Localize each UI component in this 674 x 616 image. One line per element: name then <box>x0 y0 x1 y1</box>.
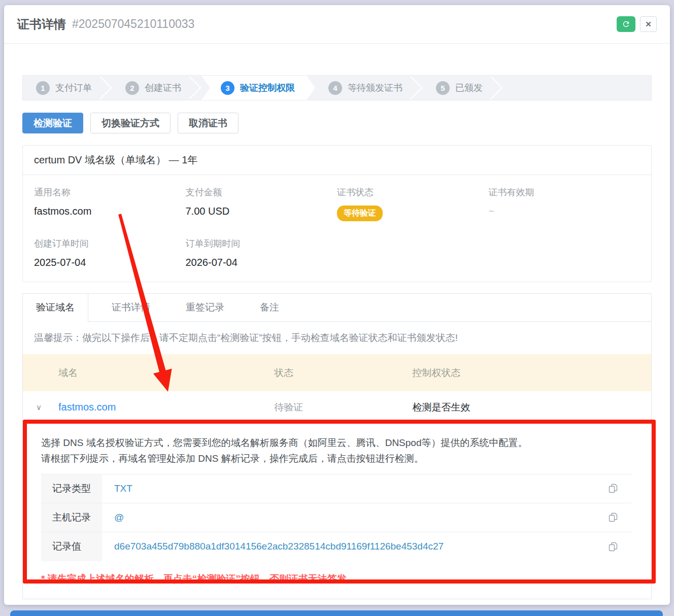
field-created-time: 创建订单时间 2025-07-04 <box>34 237 186 268</box>
step-label: 验证控制权限 <box>240 82 295 94</box>
refresh-icon <box>622 20 630 28</box>
copy-icon <box>608 541 619 552</box>
field-common-name: 通用名称 fastmos.com <box>34 186 186 221</box>
record-value-value: d6e703a455d79b880a1df3014156e2acb2328514… <box>102 541 444 552</box>
col-control-status: 控制权状态 <box>413 366 651 380</box>
step-label: 等待颁发证书 <box>348 82 402 94</box>
record-row-type: 记录类型 TXT <box>41 474 632 503</box>
expand-caret-icon[interactable]: ∨ <box>36 403 42 412</box>
cancel-certificate-button[interactable]: 取消证书 <box>178 113 239 133</box>
record-label: 主机记录 <box>41 503 102 532</box>
detail-tabs-container: 验证域名 证书详情 重签记录 备注 温馨提示：做完以下操作后，请不定期点击“检测… <box>22 293 652 599</box>
switch-verification-method-button[interactable]: 切换验证方式 <box>90 113 171 133</box>
record-label: 记录类型 <box>41 474 102 503</box>
certificate-fields: 通用名称 fastmos.com 支付金额 7.00 USD 证书状态 等待验证… <box>23 175 651 282</box>
record-type-value: TXT <box>102 483 132 494</box>
dns-verification-panel: 选择 DNS 域名授权验证方式，您需要到您的域名解析服务商（如阿里云、腾讯、DN… <box>23 424 651 599</box>
step-issued: 5 已颁发 <box>423 76 503 100</box>
product-title: certum DV 域名级（单域名） — 1年 <box>23 146 651 175</box>
wizard-filler <box>503 76 651 100</box>
col-domain: 域名 <box>23 366 274 380</box>
copy-icon <box>608 512 619 523</box>
step-pay-order: 1 支付订单 <box>23 76 112 100</box>
record-label: 记录值 <box>41 532 102 561</box>
step-create-cert: 2 创建证书 <box>112 76 201 100</box>
check-verification-button[interactable]: 检测验证 <box>22 113 83 133</box>
field-label: 支付金额 <box>186 186 338 198</box>
expires-value: 2026-07-04 <box>186 257 338 268</box>
record-host-value: @ <box>102 512 124 523</box>
record-row-value: 记录值 d6e703a455d79b880a1df3014156e2acb232… <box>41 532 632 561</box>
step-label: 创建证书 <box>145 82 181 94</box>
field-cert-status: 证书状态 等待验证 <box>337 186 489 221</box>
copy-record-type-button[interactable] <box>608 483 619 494</box>
action-bar: 检测验证 切换验证方式 取消证书 <box>22 113 652 133</box>
close-button[interactable]: ✕ <box>640 16 657 32</box>
step-number: 5 <box>436 81 450 95</box>
record-row-host: 主机记录 @ <box>41 503 632 532</box>
step-number: 4 <box>328 81 342 95</box>
order-number: #202507045210110033 <box>72 17 194 31</box>
close-icon: ✕ <box>645 20 652 29</box>
copy-record-value-button[interactable] <box>608 541 619 552</box>
dns-record-table: 记录类型 TXT 主机记录 @ <box>41 474 632 561</box>
copy-icon <box>608 483 619 494</box>
step-number: 1 <box>36 81 50 95</box>
step-number: 2 <box>125 81 139 95</box>
tab-cert-detail[interactable]: 证书详情 <box>99 294 162 321</box>
col-status: 状态 <box>274 366 412 380</box>
tab-remark[interactable]: 备注 <box>248 294 291 321</box>
domain-table-header: 域名 状态 控制权状态 <box>23 354 651 391</box>
step-number: 3 <box>221 81 234 95</box>
friendly-tip: 温馨提示：做完以下操作后，请不定期点击“检测验证”按钮，手动检查域名验证状态和证… <box>23 322 651 354</box>
field-expire-time: 订单到期时间 2026-07-04 <box>186 237 338 268</box>
tab-resign-record[interactable]: 重签记录 <box>174 294 237 321</box>
dns-instruction-line2: 请根据下列提示，再域名管理处添加 DNS 解析记录，操作完成后，请点击按钮进行检… <box>41 451 633 466</box>
modal-title: 证书详情 <box>17 16 66 32</box>
step-verify-control: 3 验证控制权限 <box>201 76 315 100</box>
modal-header: 证书详情 #202507045210110033 ✕ <box>4 5 670 44</box>
domain-link[interactable]: fastmos.com <box>58 401 116 413</box>
field-label: 创建订单时间 <box>34 237 186 250</box>
created-value: 2025-07-04 <box>34 257 186 268</box>
step-wait-issue: 4 等待颁发证书 <box>315 76 423 100</box>
step-label: 已颁发 <box>455 82 483 94</box>
dns-instructions: 选择 DNS 域名授权验证方式，您需要到您的域名解析服务商（如阿里云、腾讯、DN… <box>41 435 633 467</box>
dns-warning-text: * 请先完成上述域名的解析，再点击“检测验证”按钮，否则证书无法签发 <box>41 572 633 586</box>
refresh-button[interactable] <box>617 16 635 32</box>
control-status-check[interactable]: 检测是否生效 <box>413 401 651 414</box>
domain-row: ∨ fastmos.com 待验证 检测是否生效 <box>23 391 651 424</box>
tabs-header: 验证域名 证书详情 重签记录 备注 <box>23 294 651 322</box>
dns-instruction-line1: 选择 DNS 域名授权验证方式，您需要到您的域名解析服务商（如阿里云、腾讯、DN… <box>41 435 633 451</box>
common-name-value: fastmos.com <box>34 206 186 217</box>
step-wizard: 1 支付订单 2 创建证书 3 验证控制权限 4 等待颁发证书 5 已颁发 <box>22 75 652 100</box>
validity-value: ~ <box>489 206 641 217</box>
certificate-panel: certum DV 域名级（单域名） — 1年 通用名称 fastmos.com… <box>22 145 652 282</box>
step-label: 支付订单 <box>55 82 92 94</box>
field-validity: 证书有效期 ~ <box>489 186 641 221</box>
field-label: 订单到期时间 <box>186 237 338 250</box>
field-label: 证书有效期 <box>489 186 641 198</box>
domain-status: 待验证 <box>274 401 412 414</box>
certificate-detail-modal: 证书详情 #202507045210110033 ✕ 1 支付订单 2 创建证书 <box>4 5 670 605</box>
field-amount: 支付金额 7.00 USD <box>186 186 338 221</box>
status-badge: 等待验证 <box>337 206 383 221</box>
field-label: 通用名称 <box>34 186 186 198</box>
field-label: 证书状态 <box>337 186 489 198</box>
copy-record-host-button[interactable] <box>608 512 619 523</box>
amount-value: 7.00 USD <box>186 206 338 217</box>
header-actions: ✕ <box>617 16 657 32</box>
background-page-blue-bar <box>10 610 663 616</box>
tab-verify-domain[interactable]: 验证域名 <box>23 294 88 322</box>
